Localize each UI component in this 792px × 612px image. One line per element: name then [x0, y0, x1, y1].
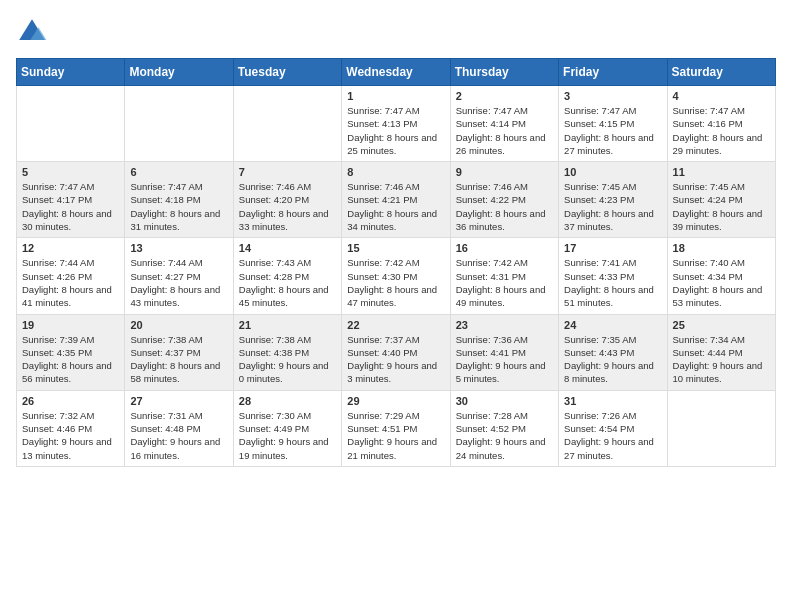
calendar-cell: 3Sunrise: 7:47 AMSunset: 4:15 PMDaylight… — [559, 86, 667, 162]
calendar-cell — [233, 86, 341, 162]
calendar-cell: 23Sunrise: 7:36 AMSunset: 4:41 PMDayligh… — [450, 314, 558, 390]
calendar-cell: 8Sunrise: 7:46 AMSunset: 4:21 PMDaylight… — [342, 162, 450, 238]
day-number: 20 — [130, 319, 227, 331]
calendar-cell: 14Sunrise: 7:43 AMSunset: 4:28 PMDayligh… — [233, 238, 341, 314]
day-number: 16 — [456, 242, 553, 254]
calendar-cell: 21Sunrise: 7:38 AMSunset: 4:38 PMDayligh… — [233, 314, 341, 390]
day-number: 14 — [239, 242, 336, 254]
day-info: Sunrise: 7:42 AMSunset: 4:30 PMDaylight:… — [347, 256, 444, 309]
calendar-cell: 18Sunrise: 7:40 AMSunset: 4:34 PMDayligh… — [667, 238, 775, 314]
day-info: Sunrise: 7:47 AMSunset: 4:13 PMDaylight:… — [347, 104, 444, 157]
day-info: Sunrise: 7:47 AMSunset: 4:15 PMDaylight:… — [564, 104, 661, 157]
day-number: 29 — [347, 395, 444, 407]
calendar-cell — [17, 86, 125, 162]
calendar-cell: 24Sunrise: 7:35 AMSunset: 4:43 PMDayligh… — [559, 314, 667, 390]
day-info: Sunrise: 7:31 AMSunset: 4:48 PMDaylight:… — [130, 409, 227, 462]
day-number: 25 — [673, 319, 770, 331]
calendar-weekday-header: Thursday — [450, 59, 558, 86]
day-number: 2 — [456, 90, 553, 102]
day-number: 8 — [347, 166, 444, 178]
calendar-cell: 5Sunrise: 7:47 AMSunset: 4:17 PMDaylight… — [17, 162, 125, 238]
day-number: 12 — [22, 242, 119, 254]
calendar-cell: 7Sunrise: 7:46 AMSunset: 4:20 PMDaylight… — [233, 162, 341, 238]
calendar-table: SundayMondayTuesdayWednesdayThursdayFrid… — [16, 58, 776, 467]
calendar-cell: 12Sunrise: 7:44 AMSunset: 4:26 PMDayligh… — [17, 238, 125, 314]
day-info: Sunrise: 7:42 AMSunset: 4:31 PMDaylight:… — [456, 256, 553, 309]
calendar-weekday-header: Tuesday — [233, 59, 341, 86]
day-number: 30 — [456, 395, 553, 407]
day-info: Sunrise: 7:47 AMSunset: 4:18 PMDaylight:… — [130, 180, 227, 233]
day-info: Sunrise: 7:44 AMSunset: 4:26 PMDaylight:… — [22, 256, 119, 309]
calendar-cell: 20Sunrise: 7:38 AMSunset: 4:37 PMDayligh… — [125, 314, 233, 390]
day-info: Sunrise: 7:41 AMSunset: 4:33 PMDaylight:… — [564, 256, 661, 309]
day-info: Sunrise: 7:47 AMSunset: 4:14 PMDaylight:… — [456, 104, 553, 157]
day-info: Sunrise: 7:43 AMSunset: 4:28 PMDaylight:… — [239, 256, 336, 309]
day-info: Sunrise: 7:39 AMSunset: 4:35 PMDaylight:… — [22, 333, 119, 386]
day-info: Sunrise: 7:28 AMSunset: 4:52 PMDaylight:… — [456, 409, 553, 462]
calendar-cell: 13Sunrise: 7:44 AMSunset: 4:27 PMDayligh… — [125, 238, 233, 314]
day-number: 5 — [22, 166, 119, 178]
day-info: Sunrise: 7:36 AMSunset: 4:41 PMDaylight:… — [456, 333, 553, 386]
day-number: 7 — [239, 166, 336, 178]
day-info: Sunrise: 7:35 AMSunset: 4:43 PMDaylight:… — [564, 333, 661, 386]
day-info: Sunrise: 7:46 AMSunset: 4:20 PMDaylight:… — [239, 180, 336, 233]
day-number: 9 — [456, 166, 553, 178]
calendar-cell: 29Sunrise: 7:29 AMSunset: 4:51 PMDayligh… — [342, 390, 450, 466]
calendar-weekday-header: Saturday — [667, 59, 775, 86]
day-info: Sunrise: 7:47 AMSunset: 4:17 PMDaylight:… — [22, 180, 119, 233]
calendar-cell: 9Sunrise: 7:46 AMSunset: 4:22 PMDaylight… — [450, 162, 558, 238]
calendar-cell — [667, 390, 775, 466]
calendar-week-row: 5Sunrise: 7:47 AMSunset: 4:17 PMDaylight… — [17, 162, 776, 238]
calendar-cell: 25Sunrise: 7:34 AMSunset: 4:44 PMDayligh… — [667, 314, 775, 390]
day-number: 15 — [347, 242, 444, 254]
calendar-week-row: 26Sunrise: 7:32 AMSunset: 4:46 PMDayligh… — [17, 390, 776, 466]
calendar-cell: 31Sunrise: 7:26 AMSunset: 4:54 PMDayligh… — [559, 390, 667, 466]
day-info: Sunrise: 7:46 AMSunset: 4:22 PMDaylight:… — [456, 180, 553, 233]
day-number: 23 — [456, 319, 553, 331]
day-info: Sunrise: 7:46 AMSunset: 4:21 PMDaylight:… — [347, 180, 444, 233]
calendar-cell: 27Sunrise: 7:31 AMSunset: 4:48 PMDayligh… — [125, 390, 233, 466]
calendar-cell: 19Sunrise: 7:39 AMSunset: 4:35 PMDayligh… — [17, 314, 125, 390]
calendar-week-row: 19Sunrise: 7:39 AMSunset: 4:35 PMDayligh… — [17, 314, 776, 390]
calendar-cell: 26Sunrise: 7:32 AMSunset: 4:46 PMDayligh… — [17, 390, 125, 466]
day-info: Sunrise: 7:38 AMSunset: 4:37 PMDaylight:… — [130, 333, 227, 386]
calendar-week-row: 1Sunrise: 7:47 AMSunset: 4:13 PMDaylight… — [17, 86, 776, 162]
day-number: 31 — [564, 395, 661, 407]
calendar-cell: 22Sunrise: 7:37 AMSunset: 4:40 PMDayligh… — [342, 314, 450, 390]
calendar-cell: 11Sunrise: 7:45 AMSunset: 4:24 PMDayligh… — [667, 162, 775, 238]
day-number: 26 — [22, 395, 119, 407]
day-info: Sunrise: 7:45 AMSunset: 4:23 PMDaylight:… — [564, 180, 661, 233]
calendar-cell — [125, 86, 233, 162]
day-info: Sunrise: 7:40 AMSunset: 4:34 PMDaylight:… — [673, 256, 770, 309]
day-number: 19 — [22, 319, 119, 331]
day-info: Sunrise: 7:32 AMSunset: 4:46 PMDaylight:… — [22, 409, 119, 462]
calendar-cell: 28Sunrise: 7:30 AMSunset: 4:49 PMDayligh… — [233, 390, 341, 466]
calendar-cell: 16Sunrise: 7:42 AMSunset: 4:31 PMDayligh… — [450, 238, 558, 314]
logo — [16, 16, 52, 48]
calendar-cell: 4Sunrise: 7:47 AMSunset: 4:16 PMDaylight… — [667, 86, 775, 162]
calendar-weekday-header: Wednesday — [342, 59, 450, 86]
calendar-cell: 10Sunrise: 7:45 AMSunset: 4:23 PMDayligh… — [559, 162, 667, 238]
logo-icon — [16, 16, 48, 48]
day-info: Sunrise: 7:45 AMSunset: 4:24 PMDaylight:… — [673, 180, 770, 233]
day-number: 21 — [239, 319, 336, 331]
calendar-cell: 30Sunrise: 7:28 AMSunset: 4:52 PMDayligh… — [450, 390, 558, 466]
page-header — [16, 16, 776, 48]
calendar-weekday-header: Sunday — [17, 59, 125, 86]
day-number: 13 — [130, 242, 227, 254]
day-number: 11 — [673, 166, 770, 178]
day-info: Sunrise: 7:29 AMSunset: 4:51 PMDaylight:… — [347, 409, 444, 462]
calendar-cell: 2Sunrise: 7:47 AMSunset: 4:14 PMDaylight… — [450, 86, 558, 162]
day-info: Sunrise: 7:34 AMSunset: 4:44 PMDaylight:… — [673, 333, 770, 386]
day-number: 1 — [347, 90, 444, 102]
calendar-weekday-header: Monday — [125, 59, 233, 86]
day-number: 10 — [564, 166, 661, 178]
day-number: 18 — [673, 242, 770, 254]
day-info: Sunrise: 7:47 AMSunset: 4:16 PMDaylight:… — [673, 104, 770, 157]
day-number: 3 — [564, 90, 661, 102]
day-number: 27 — [130, 395, 227, 407]
day-info: Sunrise: 7:26 AMSunset: 4:54 PMDaylight:… — [564, 409, 661, 462]
day-number: 28 — [239, 395, 336, 407]
calendar-cell: 15Sunrise: 7:42 AMSunset: 4:30 PMDayligh… — [342, 238, 450, 314]
calendar-weekday-header: Friday — [559, 59, 667, 86]
